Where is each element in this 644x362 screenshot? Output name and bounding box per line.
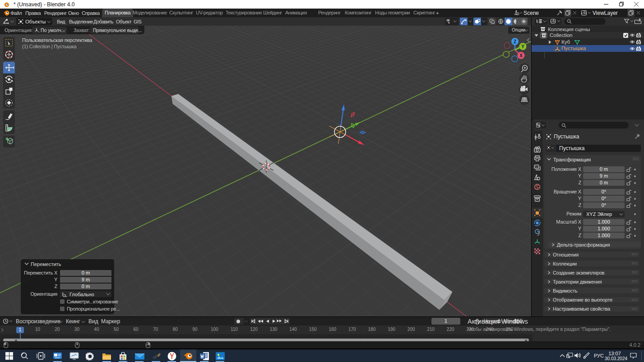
svg-text:Y: Y [521,44,524,49]
svg-text:X: X [519,53,523,58]
svg-text:20: 20 [55,327,60,332]
svg-text:250: 250 [506,327,514,332]
svg-text:190: 190 [388,327,395,332]
svg-text:90: 90 [192,327,198,332]
svg-text:220: 220 [447,327,454,332]
svg-text:210: 210 [427,327,435,332]
svg-text:200: 200 [408,327,415,332]
svg-text:100: 100 [211,327,218,332]
svg-text:160: 160 [329,327,336,332]
svg-text:60: 60 [134,327,139,332]
svg-text:230: 230 [466,327,474,332]
svg-text:50: 50 [114,327,119,332]
svg-text:80: 80 [173,327,178,332]
svg-text:10: 10 [35,327,41,332]
svg-text:30: 30 [74,327,80,332]
svg-text:120: 120 [250,327,258,332]
svg-text:150: 150 [309,327,317,332]
svg-text:170: 170 [348,327,356,332]
svg-text:130: 130 [270,327,278,332]
svg-text:Z: Z [514,39,516,44]
svg-text:240: 240 [486,327,494,332]
svg-text:140: 140 [289,327,297,332]
svg-text:180: 180 [368,327,376,332]
svg-text:40: 40 [94,327,99,332]
svg-text:70: 70 [153,327,158,332]
svg-text:110: 110 [231,327,238,332]
